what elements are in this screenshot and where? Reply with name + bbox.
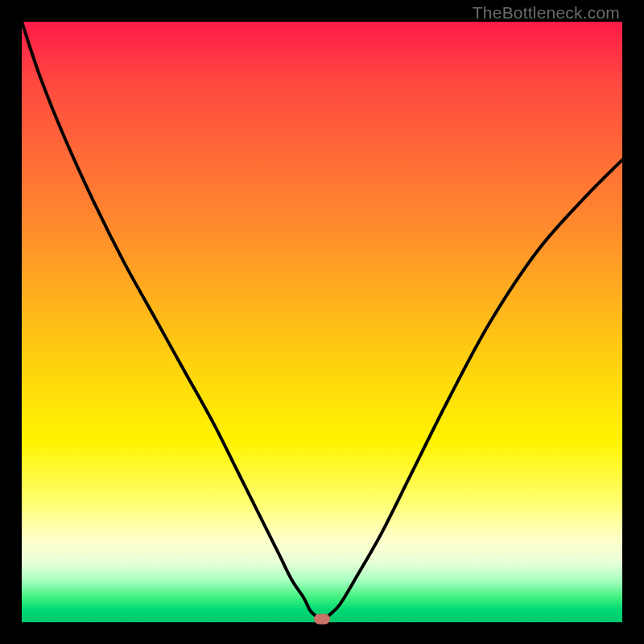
watermark-text: TheBottleneck.com <box>473 3 620 23</box>
plot-area <box>22 22 622 622</box>
optimum-marker <box>314 614 330 625</box>
chart-frame: TheBottleneck.com <box>0 0 644 644</box>
curve-path <box>22 22 622 622</box>
bottleneck-curve <box>22 22 622 622</box>
